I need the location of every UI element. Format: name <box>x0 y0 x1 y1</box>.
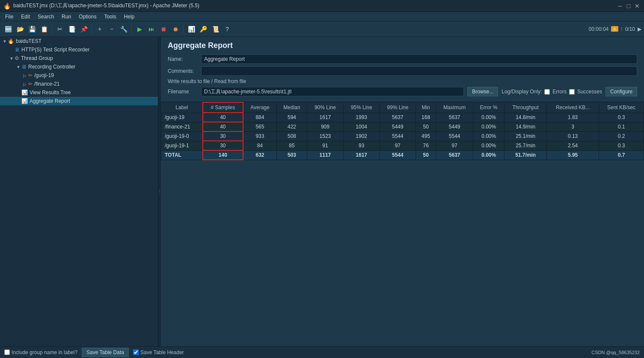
table-cell: 1117 <box>307 150 344 160</box>
sidebar-item-aggregate-report[interactable]: 📊 Aggregate Report <box>0 97 158 105</box>
expand-icon: ▶ <box>638 26 641 32</box>
table-cell: 5544 <box>436 131 473 141</box>
save-as-button[interactable]: 📋 <box>39 24 50 35</box>
table-cell: 84 <box>243 141 276 150</box>
table-cell: 1.83 <box>547 113 599 122</box>
table-cell: 168 <box>416 113 436 122</box>
sidebar-item-baidutest[interactable]: ▼ 🔥 baiduTEST <box>0 37 158 45</box>
col-received: Received KB... <box>547 102 599 113</box>
sidebar-item-guoji-19[interactable]: ▷ ✏ /guoji-19 <box>0 71 158 80</box>
tree-arrow-baidutest: ▼ <box>3 39 8 44</box>
shutdown-button[interactable]: ⏺ <box>170 24 181 35</box>
start-no-pause-button[interactable]: ⏭ <box>146 24 157 35</box>
help-button[interactable]: ? <box>222 24 233 35</box>
table-cell: 2.54 <box>547 141 599 150</box>
table-cell: 25.7/min <box>505 141 547 150</box>
title-bar: 🔥 baiduTEST.jmx (D:\工具\apache-jmeter-5.5… <box>0 0 644 12</box>
start-button[interactable]: ▶ <box>134 24 145 35</box>
warning-badge: ⚠ <box>611 26 618 32</box>
http-recorder-icon: 🖥 <box>15 47 20 53</box>
configure-button[interactable]: Configure <box>605 87 637 96</box>
comments-input[interactable] <box>201 66 637 76</box>
open-button[interactable]: 📂 <box>15 24 26 35</box>
menu-search[interactable]: Search <box>34 13 57 21</box>
save-table-header-checkbox[interactable] <box>133 349 139 355</box>
toolbar-right: 00:00:04 ⚠ ! 0/10 ▶ <box>589 26 641 32</box>
col-throughput: Throughput <box>505 102 547 113</box>
menu-run[interactable]: Run <box>58 13 74 21</box>
sidebar-item-thread-group[interactable]: ▼ ⚙ Thread Group <box>0 54 158 63</box>
tree-arrow-finance21: ▷ <box>23 82 28 87</box>
sidebar-item-http-recorder[interactable]: 🖥 HTTP(S) Test Script Recorder <box>0 45 158 54</box>
paste-button[interactable]: 📌 <box>78 24 89 35</box>
copy-button[interactable]: 📑 <box>66 24 77 35</box>
table-cell: 0.3 <box>599 113 644 122</box>
templates-button[interactable]: 📊 <box>186 24 197 35</box>
menu-help[interactable]: Help <box>120 13 138 21</box>
col-95pct: 95% Line <box>343 102 380 113</box>
content-area: Aggregate Report Name: Comments: Write r… <box>161 37 644 346</box>
tree-arrow-thread: ▼ <box>9 56 15 61</box>
name-input[interactable] <box>201 54 637 64</box>
table-cell: /guoji-19-0 <box>161 131 203 141</box>
table-cell: 594 <box>276 113 307 122</box>
table-cell: 503 <box>276 150 307 160</box>
maximize-button[interactable]: □ <box>625 3 632 9</box>
errors-checkbox[interactable] <box>544 89 550 95</box>
tree-arrow-ar <box>16 99 21 104</box>
table-cell: 1902 <box>343 131 380 141</box>
aggregate-table: Label # Samples Average Median 90% Line … <box>161 102 644 160</box>
tree-arrow-vrt <box>16 90 21 95</box>
tree-arrow-rec: ▼ <box>16 65 21 69</box>
col-max: Maximum <box>436 102 473 113</box>
table-cell: 40 <box>203 122 243 131</box>
table-cell: 1617 <box>343 150 380 160</box>
table-cell: 1004 <box>343 122 380 131</box>
window-controls: ─ □ ✕ <box>617 3 641 9</box>
menu-tools[interactable]: Tools <box>101 13 119 21</box>
table-cell: 495 <box>416 131 436 141</box>
table-cell: 50 <box>416 122 436 131</box>
sidebar-item-finance-21[interactable]: ▷ ✏ /finance-21 <box>0 80 158 88</box>
stop-button[interactable]: ⏹ <box>158 24 169 35</box>
add-button[interactable]: ＋ <box>94 24 105 35</box>
sidebar-item-view-results-tree[interactable]: 📊 View Results Tree <box>0 88 158 97</box>
aggregate-report-label: Aggregate Report <box>30 98 70 104</box>
table-cell: 14.9/min <box>505 122 547 131</box>
report-header: Aggregate Report Name: Comments: Write r… <box>161 37 644 102</box>
new-button[interactable]: 🆕 <box>3 24 14 35</box>
table-cell: 5544 <box>380 131 416 141</box>
menu-file[interactable]: File <box>2 13 17 21</box>
report-title: Aggregate Report <box>168 41 637 50</box>
thread-group-label: Thread Group <box>21 55 53 61</box>
table-cell: 1523 <box>307 131 344 141</box>
cut-button[interactable]: ✂ <box>54 24 65 35</box>
table-cell: 0.13 <box>547 131 599 141</box>
log-button[interactable]: 🔑 <box>198 24 209 35</box>
filename-input[interactable] <box>201 87 464 96</box>
table-cell: 97 <box>436 141 473 150</box>
table-cell: 30 <box>203 131 243 141</box>
include-group-checkbox[interactable] <box>4 349 10 355</box>
table-cell: 97 <box>380 141 416 150</box>
table-cell: 76 <box>416 141 436 150</box>
table-cell: 0.2 <box>599 131 644 141</box>
remove-button[interactable]: － <box>106 24 117 35</box>
table-cell: 3 <box>547 122 599 131</box>
save-table-data-button[interactable]: Save Table Data <box>82 348 129 357</box>
sidebar-item-recording-controller[interactable]: ▼ 🖥 Recording Controller <box>0 63 158 71</box>
save-button[interactable]: 💾 <box>27 24 38 35</box>
table-row: TOTAL1406325031117161755445056370.00%51.… <box>161 150 644 160</box>
http-recorder-label: HTTP(S) Test Script Recorder <box>21 47 89 53</box>
toggle-button[interactable]: 🔧 <box>118 24 129 35</box>
table-cell: 14.8/min <box>505 113 547 122</box>
menu-options[interactable]: Options <box>75 13 100 21</box>
browse-button[interactable]: Browse... <box>467 87 498 96</box>
minimize-button[interactable]: ─ <box>617 3 623 9</box>
function-button[interactable]: 📜 <box>210 24 221 35</box>
successes-checkbox[interactable] <box>569 89 575 95</box>
sep4 <box>183 25 184 33</box>
menu-edit[interactable]: Edit <box>18 13 33 21</box>
close-button[interactable]: ✕ <box>634 3 641 9</box>
finance-21-icon: ✏ <box>28 81 33 87</box>
